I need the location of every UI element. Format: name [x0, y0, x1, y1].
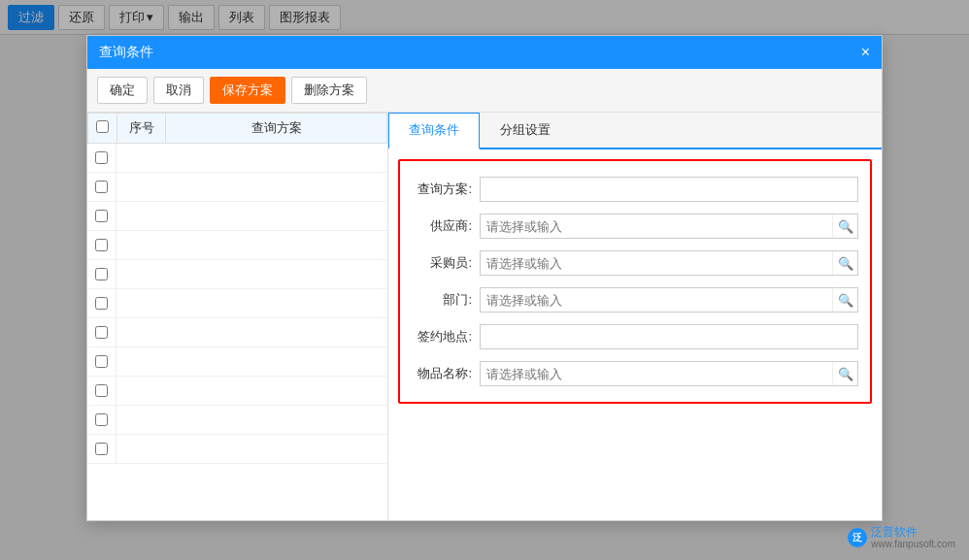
item-name-input-container: 🔍 [480, 361, 858, 386]
row-checkbox-6 [87, 289, 117, 317]
branding-main-text: 泛普软件 [871, 525, 955, 539]
row-checkbox-11 [87, 435, 117, 463]
row-checkbox-5 [87, 260, 117, 288]
left-empty-row-4 [87, 231, 387, 260]
input-item-name[interactable] [481, 362, 832, 385]
row-checkbox-7 [87, 318, 117, 346]
left-empty-row-3 [87, 202, 387, 231]
left-empty-row-10 [87, 406, 387, 435]
header-seq: 序号 [117, 114, 166, 144]
purchaser-search-icon[interactable]: 🔍 [832, 251, 857, 275]
table-header-row: 序号 查询方案 [88, 114, 387, 144]
modal-body: 序号 查询方案 [87, 113, 882, 520]
modal-title: 查询条件 [99, 44, 153, 61]
branding: 泛 泛普软件 www.fanpusoft.com [848, 525, 955, 550]
branding-sub-text: www.fanpusoft.com [871, 539, 955, 550]
branding-logo-icon: 泛 [848, 528, 867, 547]
form-row-sign-location: 签约地点: [412, 324, 858, 349]
label-purchaser: 采购员: [412, 254, 480, 272]
form-row-item-name: 物品名称: 🔍 [412, 361, 858, 386]
header-plan: 查询方案 [166, 114, 387, 144]
left-empty-row-11 [87, 435, 387, 464]
branding-text-block: 泛普软件 www.fanpusoft.com [871, 525, 955, 550]
input-supplier[interactable] [481, 214, 832, 238]
department-input-container: 🔍 [480, 287, 858, 313]
row-checkbox-9 [87, 377, 117, 405]
input-query-plan[interactable] [480, 177, 858, 202]
left-empty-row-8 [87, 347, 387, 377]
label-supplier: 供应商: [412, 217, 480, 235]
delete-plan-button[interactable]: 删除方案 [291, 77, 367, 104]
input-sign-location[interactable] [480, 324, 858, 349]
left-empty-row-5 [87, 260, 387, 289]
purchaser-input-container: 🔍 [480, 250, 858, 276]
modal-overlay: 查询条件 × 确定 取消 保存方案 删除方案 序号 [0, 0, 969, 560]
row-checkbox-3 [87, 202, 117, 230]
department-search-icon[interactable]: 🔍 [832, 288, 857, 312]
save-plan-button[interactable]: 保存方案 [210, 77, 285, 104]
form-row-supplier: 供应商: 🔍 [412, 214, 858, 239]
left-empty-row-2 [87, 173, 387, 202]
left-empty-row-6 [87, 289, 387, 318]
right-panel: 查询条件 分组设置 查询方案: 供应商: 🔍 [388, 113, 882, 520]
tab-query-conditions[interactable]: 查询条件 [388, 113, 480, 149]
left-panel-empty-rows [87, 144, 387, 520]
select-all-checkbox[interactable] [96, 120, 109, 133]
supplier-search-icon[interactable]: 🔍 [832, 214, 857, 238]
form-row-purchaser: 采购员: 🔍 [412, 250, 858, 276]
row-checkbox-2 [87, 173, 117, 201]
cancel-button[interactable]: 取消 [153, 77, 204, 104]
label-item-name: 物品名称: [412, 365, 480, 382]
input-purchaser[interactable] [481, 251, 832, 275]
modal: 查询条件 × 确定 取消 保存方案 删除方案 序号 [86, 35, 883, 521]
modal-header: 查询条件 × [87, 36, 882, 69]
header-checkbox-cell [88, 114, 117, 144]
left-empty-row-9 [87, 377, 387, 406]
supplier-input-container: 🔍 [480, 214, 858, 239]
confirm-button[interactable]: 确定 [97, 77, 148, 104]
modal-close-button[interactable]: × [861, 45, 870, 60]
tab-group-settings[interactable]: 分组设置 [480, 113, 571, 148]
row-checkbox-1 [87, 144, 117, 172]
plan-table: 序号 查询方案 [87, 113, 387, 144]
row-checkbox-8 [87, 347, 117, 376]
label-department: 部门: [412, 291, 480, 309]
form-row-query-plan: 查询方案: [412, 177, 858, 202]
item-name-search-icon[interactable]: 🔍 [832, 362, 857, 385]
form-row-department: 部门: 🔍 [412, 287, 858, 313]
label-query-plan: 查询方案: [412, 181, 480, 198]
left-panel: 序号 查询方案 [87, 113, 388, 520]
left-empty-row-7 [87, 318, 387, 347]
row-checkbox-10 [87, 406, 117, 434]
query-form: 查询方案: 供应商: 🔍 采购员: [398, 159, 872, 404]
left-empty-row-1 [87, 144, 387, 173]
tab-bar: 查询条件 分组设置 [388, 113, 882, 149]
row-checkbox-4 [87, 231, 117, 259]
modal-actions: 确定 取消 保存方案 删除方案 [87, 69, 882, 113]
input-department[interactable] [481, 288, 832, 312]
label-sign-location: 签约地点: [412, 328, 480, 346]
